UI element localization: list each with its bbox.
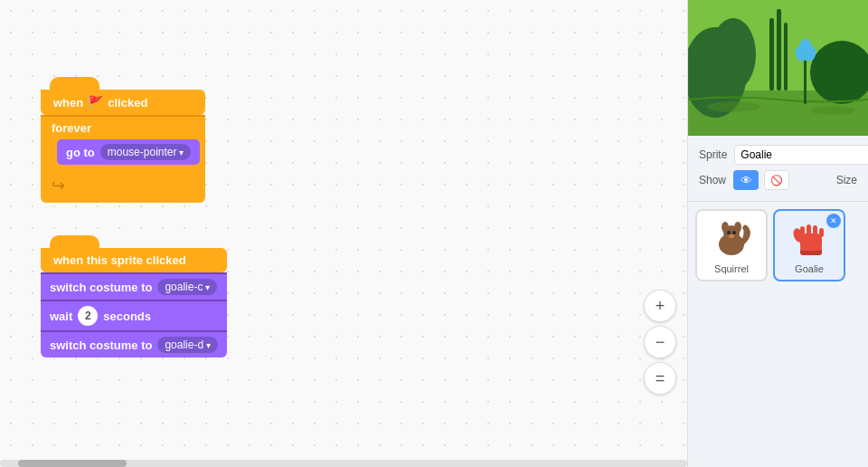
dropdown-arrow-icon3: ▾ xyxy=(206,340,211,350)
squirrel-image xyxy=(709,216,754,262)
goalie-delete-button[interactable]: ✕ xyxy=(826,214,841,228)
costume2-dropdown[interactable]: goalie-d ▾ xyxy=(157,337,218,353)
svg-rect-28 xyxy=(800,248,822,251)
svg-point-20 xyxy=(729,234,734,238)
sprite-name-input[interactable] xyxy=(734,145,868,165)
show-controls: 👁 🚫 xyxy=(733,170,789,190)
wait-block[interactable]: wait 2 seconds xyxy=(41,300,227,330)
fit-screen-button[interactable]: = xyxy=(644,362,676,395)
code-panel[interactable]: when 🚩 clicked forever go to mouse-point… xyxy=(0,0,687,467)
when-sprite-clicked-block[interactable]: when this sprite clicked xyxy=(41,248,227,272)
goto-target-value: mouse-pointer xyxy=(108,146,177,158)
scrollbar-thumb[interactable] xyxy=(18,460,127,467)
costume1-value: goalie-c xyxy=(165,281,203,293)
svg-rect-24 xyxy=(807,224,811,236)
stage-preview[interactable] xyxy=(688,0,868,136)
svg-point-12 xyxy=(706,101,760,112)
svg-point-18 xyxy=(727,231,731,234)
dropdown-arrow-icon: ▾ xyxy=(179,148,184,157)
squirrel-label: Squirrel xyxy=(714,263,749,274)
loop-arrow-icon: ↩ xyxy=(52,176,65,195)
svg-rect-5 xyxy=(777,9,781,91)
wait-label: wait xyxy=(50,310,72,323)
show-eye-button[interactable]: 👁 xyxy=(733,170,759,190)
costume2-value: goalie-d xyxy=(165,338,203,351)
sprite-name-row: Sprite xyxy=(699,145,857,165)
wait-value[interactable]: 2 xyxy=(78,306,98,326)
zoom-in-button[interactable]: + xyxy=(644,290,676,322)
forever-label: forever xyxy=(52,121,91,135)
when-flag-clicked-text2: clicked xyxy=(108,96,147,110)
block-group-1: when 🚩 clicked forever go to mouse-point… xyxy=(41,77,205,203)
svg-point-17 xyxy=(734,222,741,233)
goto-block[interactable]: go to mouse-pointer ▾ xyxy=(57,139,200,165)
forever-block[interactable]: forever go to mouse-pointer ▾ ↩ xyxy=(41,115,205,203)
svg-point-13 xyxy=(810,106,855,115)
sprite-label: Sprite xyxy=(699,148,727,161)
when-sprite-clicked-text: when this sprite clicked xyxy=(53,253,186,267)
forever-inner: go to mouse-pointer ▾ xyxy=(57,139,200,172)
sprite-show-row: Show 👁 🚫 Size xyxy=(699,170,857,190)
svg-rect-4 xyxy=(769,18,774,91)
seconds-label: seconds xyxy=(103,310,151,323)
when-flag-clicked-text1: when xyxy=(53,96,83,110)
svg-rect-6 xyxy=(784,23,788,91)
svg-point-19 xyxy=(732,231,736,234)
zoom-out-button[interactable]: − xyxy=(644,326,676,358)
costume1-dropdown[interactable]: goalie-c ▾ xyxy=(157,279,217,295)
stage-svg xyxy=(688,0,868,136)
goto-target-dropdown[interactable]: mouse-pointer ▾ xyxy=(100,144,192,160)
sprite-thumb-squirrel[interactable]: Squirrel xyxy=(695,209,768,281)
switch-costume-1-label: switch costume to xyxy=(50,281,152,294)
zoom-controls: + − = xyxy=(644,290,676,395)
svg-rect-26 xyxy=(819,228,824,237)
right-panel: Sprite Show 👁 🚫 Size xyxy=(687,0,868,467)
sprite-list: Squirrel ✕ xyxy=(688,202,868,289)
svg-rect-23 xyxy=(800,226,805,237)
sprite-thumb-goalie[interactable]: ✕ Goalie xyxy=(773,209,845,281)
show-label: Show xyxy=(699,174,726,186)
switch-costume-1-block[interactable]: switch costume to goalie-c ▾ xyxy=(41,272,227,300)
block-group-2: when this sprite clicked switch costume … xyxy=(41,235,227,357)
code-scrollbar[interactable] xyxy=(0,460,687,467)
svg-rect-25 xyxy=(813,225,817,236)
flag-icon: 🚩 xyxy=(88,95,103,110)
dropdown-arrow-icon2: ▾ xyxy=(205,282,210,292)
size-label: Size xyxy=(836,174,857,186)
goto-label: go to xyxy=(66,146,95,159)
svg-point-16 xyxy=(722,222,729,233)
goalie-image xyxy=(787,216,832,262)
svg-point-3 xyxy=(711,18,756,91)
hide-eye-button[interactable]: 🚫 xyxy=(764,170,789,190)
switch-costume-2-label: switch costume to xyxy=(50,338,152,352)
sprite-info: Sprite Show 👁 🚫 Size xyxy=(688,136,868,202)
switch-costume-2-block[interactable]: switch costume to goalie-d ▾ xyxy=(41,330,227,357)
goalie-label: Goalie xyxy=(795,263,824,274)
